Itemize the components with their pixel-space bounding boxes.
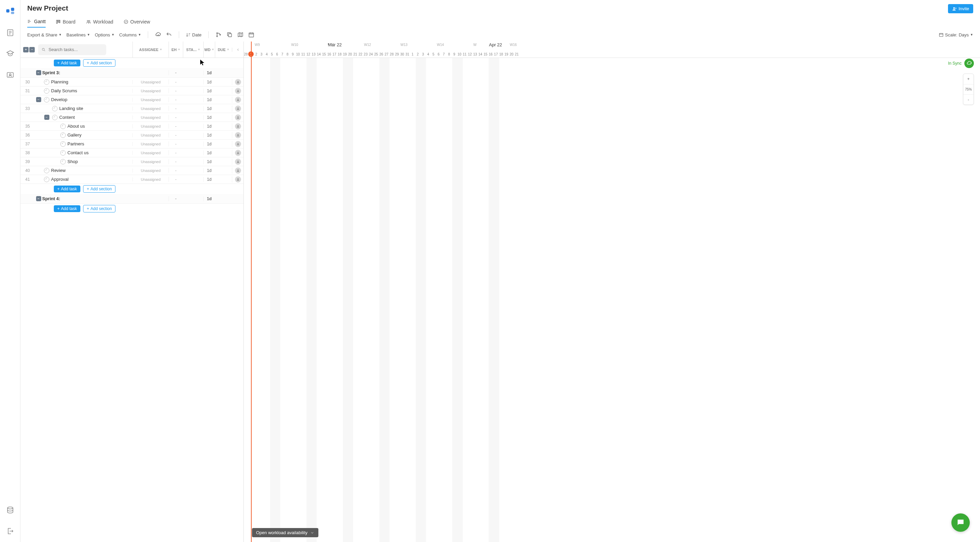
options-button[interactable]: Options▼ [95,32,115,37]
task-check-icon[interactable] [52,115,57,120]
collapse-toggle[interactable]: − [36,70,41,75]
avatar-icon[interactable] [235,132,241,138]
section-row[interactable]: − Sprint 4: - 1d [21,194,243,203]
avatar-icon[interactable] [235,167,241,174]
avatar-icon[interactable] [235,141,241,147]
logo-icon[interactable] [5,6,15,16]
add-section-button[interactable]: +Add section [83,59,116,67]
task-name[interactable]: Planning [51,79,132,84]
task-name[interactable]: Approval [51,177,132,182]
scale-selector[interactable]: Scale: Days ▼ [939,32,973,37]
task-name[interactable]: Shop [67,159,132,164]
zoom-in-button[interactable]: + [963,74,974,84]
storage-icon[interactable] [6,506,14,514]
task-assignee[interactable]: Unassigned [132,133,169,137]
add-task-button[interactable]: +Add task [54,205,80,212]
task-assignee[interactable]: Unassigned [132,124,169,128]
search-box[interactable] [38,44,106,55]
task-check-icon[interactable] [44,177,49,182]
task-row[interactable]: −DevelopUnassigned-1d [21,95,243,104]
collapse-toggle[interactable]: − [36,196,41,201]
section-name[interactable]: Sprint 3: [42,70,132,75]
task-name[interactable]: Content [59,115,132,120]
task-name[interactable]: Contact us [67,150,132,155]
tab-overview[interactable]: Overview [124,16,150,28]
learn-icon[interactable] [6,50,14,58]
add-task-button[interactable]: +Add task [54,60,80,67]
task-assignee[interactable]: Unassigned [132,89,169,93]
avatar-icon[interactable] [235,150,241,156]
task-check-icon[interactable] [52,106,57,111]
task-assignee[interactable]: Unassigned [132,115,169,119]
col-header-wd[interactable]: WD▼ [203,41,215,57]
collapse-all-button[interactable]: − [29,47,35,52]
tab-gantt[interactable]: Gantt [27,16,46,28]
task-row[interactable]: 36GalleryUnassigned-1d [21,131,243,140]
task-assignee[interactable]: Unassigned [132,98,169,102]
tab-workload[interactable]: Workload [86,16,113,28]
task-assignee[interactable]: Unassigned [132,142,169,146]
avatar-icon[interactable] [235,114,241,121]
export-share-button[interactable]: Export & Share▼ [27,32,62,37]
avatar-icon[interactable] [235,79,241,85]
task-row[interactable]: 35About usUnassigned-1d [21,122,243,131]
workload-availability-button[interactable]: Open workload availability [252,528,318,537]
add-task-button[interactable]: +Add task [54,186,80,192]
map-icon[interactable] [237,32,243,38]
col-header-assignee[interactable]: ASSIGNEE▼ [132,41,169,57]
task-row[interactable]: 33Landing siteUnassigned-1d [21,104,243,113]
timeline-body[interactable] [244,58,980,542]
calendar-icon[interactable] [248,32,255,38]
baselines-button[interactable]: Baselines▼ [67,32,90,37]
zoom-out-button[interactable]: - [963,94,974,105]
search-input[interactable] [48,47,103,52]
cloud-sync-icon[interactable] [155,32,161,38]
avatar-icon[interactable] [235,88,241,94]
col-header-due[interactable]: DUE▼ [215,41,232,57]
add-section-button[interactable]: +Add section [83,185,116,193]
task-row[interactable]: 40ReviewUnassigned-1d [21,166,243,175]
avatar-icon[interactable] [235,159,241,165]
timeline[interactable]: Mar 22Apr 22 W9W10W11W12W13W14WW16 28123… [244,41,980,542]
col-header-status[interactable]: STA...▼ [183,41,203,57]
expand-all-button[interactable]: + [23,47,29,52]
task-check-icon[interactable] [60,132,66,138]
task-row[interactable]: 37PartnersUnassigned-1d [21,140,243,148]
date-sort-button[interactable]: Date [186,32,201,37]
chat-fab[interactable] [951,513,970,532]
section-row[interactable]: − Sprint 3: - 1d [21,68,243,78]
task-check-icon[interactable] [60,159,66,164]
task-check-icon[interactable] [44,79,49,85]
branch-icon[interactable] [216,32,222,38]
task-check-icon[interactable] [44,168,49,173]
task-name[interactable]: Partners [67,141,132,146]
sync-icon[interactable] [964,59,974,68]
task-check-icon[interactable] [60,141,66,147]
task-assignee[interactable]: Unassigned [132,160,169,164]
task-row[interactable]: 30PlanningUnassigned-1d [21,78,243,86]
task-check-icon[interactable] [60,124,66,129]
task-row[interactable]: 38Contact usUnassigned-1d [21,148,243,157]
task-check-icon[interactable] [44,97,49,102]
task-row[interactable]: −ContentUnassigned-1d [21,113,243,122]
copy-icon[interactable] [226,32,232,38]
avatar-icon[interactable] [235,176,241,183]
task-name[interactable]: Landing site [59,106,132,111]
task-assignee[interactable]: Unassigned [132,151,169,155]
projects-icon[interactable] [6,29,14,37]
task-name[interactable]: About us [67,124,132,129]
col-header-eh[interactable]: EH▼ [169,41,183,57]
avatar-icon[interactable] [235,97,241,103]
task-check-icon[interactable] [44,88,49,94]
undo-icon[interactable] [166,32,172,38]
collapse-toggle[interactable]: − [44,115,49,120]
task-row[interactable]: 31Daily ScrumsUnassigned-1d [21,86,243,95]
collapse-toggle[interactable]: − [36,97,41,102]
columns-button[interactable]: Columns▼ [119,32,141,37]
invite-button[interactable]: Invite [948,4,973,13]
task-row[interactable]: 41ApprovalUnassigned-1d [21,175,243,184]
section-name[interactable]: Sprint 4: [42,196,132,201]
task-row[interactable]: 39ShopUnassigned-1d [21,157,243,166]
avatar-icon[interactable] [235,105,241,112]
avatar-icon[interactable] [235,123,241,129]
